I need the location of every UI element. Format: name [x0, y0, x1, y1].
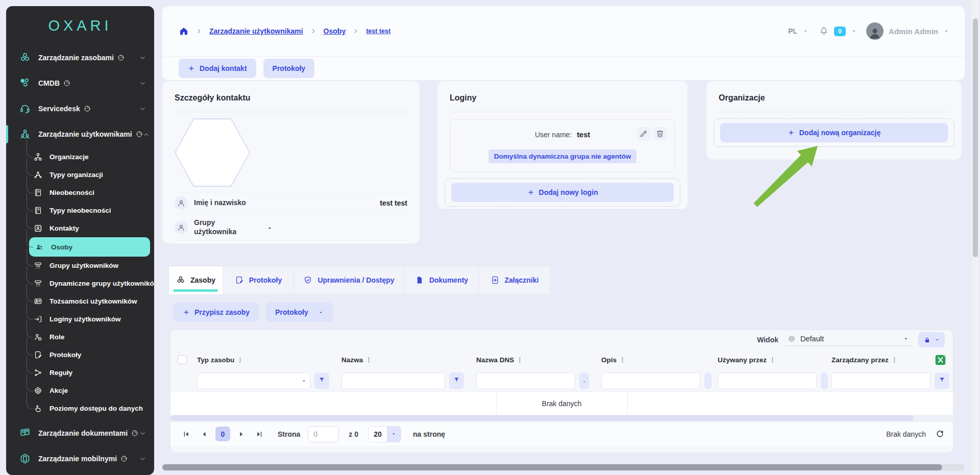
filter-input-nazwa-dns[interactable]	[476, 372, 575, 389]
prev-page-button[interactable]	[198, 428, 211, 441]
sidebar-item-zarzadzanie-zasobami[interactable]: Zarządzanie zasobami	[6, 45, 154, 70]
sidebar-nav: Zarządzanie zasobami CMDB Servicedesk Za…	[6, 45, 154, 475]
horizontal-scrollbar	[162, 464, 965, 471]
attachments-tab-icon	[491, 276, 500, 285]
add-organization-button[interactable]: Dodaj nową organizację	[720, 123, 948, 142]
chevron-up-icon[interactable]	[143, 131, 150, 138]
empty-state: Brak danych	[496, 392, 628, 415]
filter-button-uzywany-przez[interactable]	[821, 372, 828, 389]
delete-login-button[interactable]	[653, 127, 667, 140]
filter-cell-typ-zasobu	[197, 372, 341, 389]
add-contact-button[interactable]: Dodaj kontakt	[179, 59, 256, 78]
scrollbar-thumb[interactable]	[162, 464, 942, 470]
breadcrumb-link-osoby[interactable]: Osoby	[324, 27, 346, 35]
refresh-button[interactable]	[935, 429, 945, 439]
filter-select-typ-zasobu[interactable]	[197, 372, 310, 389]
protocols-dropdown-button[interactable]: Protokoły	[266, 303, 333, 322]
main-content: Zarządzanie użytkownikamiOsobytest test …	[162, 0, 965, 475]
field-label: Grupy użytkownika	[194, 218, 251, 236]
protocols-tab-icon	[235, 276, 244, 285]
absence-types-icon	[34, 206, 42, 215]
notification-badge[interactable]: 0	[834, 27, 846, 36]
kebab-icon[interactable]	[891, 356, 898, 364]
username-label: User name:	[535, 131, 572, 139]
permissions-tab-icon	[303, 276, 312, 285]
column-header-typ-zasobu: Typ zasobu	[197, 356, 341, 364]
scrollbar-thumb[interactable]	[170, 415, 914, 421]
edit-login-button[interactable]	[637, 127, 650, 140]
login-actions	[637, 127, 667, 140]
filter-input-zarzadzany-przez[interactable]	[831, 372, 930, 389]
target-icon	[788, 335, 796, 343]
tab-protokoly[interactable]: Protokoły	[223, 266, 294, 294]
filter-select-input[interactable]	[197, 372, 310, 389]
scrollbar-thumb[interactable]	[973, 18, 978, 257]
language-selector[interactable]: PL	[788, 27, 797, 35]
filter-button-opis[interactable]	[704, 372, 712, 389]
page-number-input[interactable]	[308, 426, 339, 442]
kebab-icon[interactable]	[769, 356, 776, 364]
assign-assets-button[interactable]: Przypisz zasoby	[174, 303, 259, 322]
protocols-button[interactable]: Protokoły	[263, 59, 315, 78]
filter-button-nazwa-dns[interactable]	[579, 372, 589, 389]
table-view-row: Widok Default	[170, 330, 953, 349]
sidebar-item-zarzadzanie-dokumentami[interactable]: Zarządzanie dokumentami	[6, 420, 154, 446]
tab-zalaczniki[interactable]: Załączniki	[479, 266, 550, 294]
detail-tabs: Zasoby Protokoły Uprawnienia / Dostępy D…	[168, 266, 550, 294]
tab-zasoby[interactable]: Zasoby	[168, 266, 223, 294]
kebab-icon[interactable]	[365, 356, 373, 364]
chevron-down-icon[interactable]	[943, 28, 949, 34]
chevron-down-icon[interactable]	[139, 456, 146, 462]
breadcrumb-link-zarzadzanie-uzytkownikami[interactable]: Zarządzanie użytkownikami	[209, 27, 303, 35]
sidebar-subitem-poziomy-dostepu-do-danych[interactable]: Poziomy dostępu do danych	[6, 399, 154, 417]
table-horizontal-scrollbar	[170, 415, 953, 421]
login-group-badge[interactable]: Domyślna dynamiczna grupa nie agentów	[488, 149, 637, 163]
pagination-bar: 0 Strona z 0 20 na stronę Brak danych	[170, 421, 953, 446]
sidebar-item-servicedesk[interactable]: Servicedesk	[6, 96, 154, 121]
contacts-icon	[34, 224, 42, 233]
current-page-button[interactable]: 0	[215, 427, 230, 441]
filter-button-nazwa[interactable]	[449, 372, 464, 389]
breadcrumb-link-test-test[interactable]: test test	[366, 28, 390, 35]
kebab-icon[interactable]	[516, 356, 524, 364]
chevron-down-icon[interactable]	[139, 55, 146, 61]
page-size-select[interactable]: 20	[368, 426, 401, 442]
select-all-checkbox[interactable]	[178, 355, 187, 364]
first-page-button[interactable]	[180, 428, 193, 441]
kebab-icon[interactable]	[236, 356, 244, 364]
kebab-icon[interactable]	[619, 356, 626, 364]
lock-view-button[interactable]	[918, 332, 945, 347]
sidebar-item-ustawienia[interactable]: Ustawienia	[6, 471, 154, 475]
view-select[interactable]: Default	[786, 334, 911, 346]
chevron-down-icon[interactable]	[139, 80, 146, 87]
chevron-down-icon[interactable]	[802, 28, 808, 34]
filter-input-nazwa[interactable]	[341, 372, 445, 389]
sidebar-item-zarzadzanie-mobilnymi[interactable]: Zarządzanie mobilnymi	[6, 446, 154, 471]
filter-button-typ-zasobu[interactable]	[314, 372, 329, 389]
user-name[interactable]: Admin Admin	[889, 27, 938, 36]
bell-icon[interactable]	[819, 26, 829, 36]
next-page-button[interactable]	[235, 428, 248, 441]
divider	[719, 112, 949, 112]
tab-uprawnienia-dostepy[interactable]: Uprawnienia / Dostępy	[294, 266, 404, 294]
chevron-down-icon[interactable]	[851, 28, 857, 34]
add-login-button[interactable]: Dodaj nowy login	[451, 183, 674, 202]
login-entry: User name: test Domyślna dynamiczna grup…	[450, 119, 675, 172]
chevron-down-icon[interactable]	[139, 106, 146, 112]
avatar[interactable]	[866, 22, 884, 40]
sidebar-item-cmdb[interactable]: CMDB	[6, 70, 154, 96]
tab-dokumenty[interactable]: Dokumenty	[404, 266, 479, 294]
filter-input-opis[interactable]	[601, 372, 700, 389]
servicedesk-icon	[19, 103, 31, 114]
home-icon[interactable]	[179, 26, 189, 36]
last-page-button[interactable]	[253, 428, 266, 441]
sidebar-subitem-osoby[interactable]: Osoby	[29, 237, 150, 257]
export-excel-button[interactable]	[934, 354, 947, 366]
filter-input-uzywany-przez[interactable]	[718, 372, 817, 389]
person-silhouette-icon	[868, 27, 881, 40]
topbar-card: Zarządzanie użytkownikamiOsobytest test …	[162, 6, 965, 80]
filter-button-zarzadzany-przez[interactable]	[935, 372, 949, 389]
view-label: Widok	[757, 336, 778, 344]
view-value: Default	[800, 335, 898, 343]
chevron-down-icon[interactable]	[139, 430, 146, 437]
